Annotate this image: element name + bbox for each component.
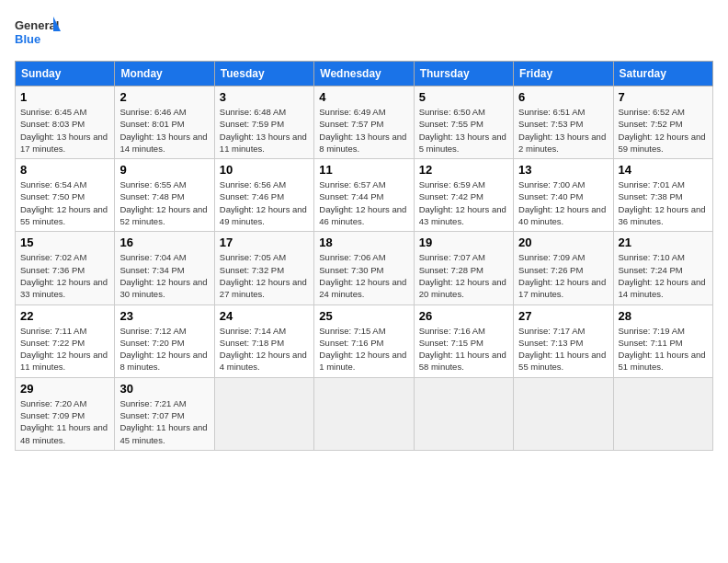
day-info: Sunrise: 6:54 AM Sunset: 7:50 PM Dayligh… [20,178,109,227]
calendar-day-cell: 26 Sunrise: 7:16 AM Sunset: 7:15 PM Dayl… [414,304,513,377]
weekday-header: Thursday [414,62,513,86]
calendar-week-row: 22 Sunrise: 7:11 AM Sunset: 7:22 PM Dayl… [16,304,713,377]
calendar-day-cell: 24 Sunrise: 7:14 AM Sunset: 7:18 PM Dayl… [214,304,313,377]
calendar-day-cell [613,377,712,450]
day-number: 8 [20,163,109,177]
day-number: 26 [419,309,508,323]
calendar-day-cell: 20 Sunrise: 7:09 AM Sunset: 7:26 PM Dayl… [514,232,613,304]
day-info: Sunrise: 7:00 AM Sunset: 7:40 PM Dayligh… [518,178,608,227]
calendar-day-cell: 27 Sunrise: 7:17 AM Sunset: 7:13 PM Dayl… [514,304,613,377]
day-number: 20 [518,236,608,249]
day-number: 9 [119,163,209,177]
day-number: 19 [419,236,508,249]
calendar-day-cell: 30 Sunrise: 7:21 AM Sunset: 7:07 PM Dayl… [115,377,214,450]
day-number: 3 [220,90,309,104]
calendar-week-row: 8 Sunrise: 6:54 AM Sunset: 7:50 PM Dayli… [16,159,713,232]
calendar-header-row: SundayMondayTuesdayWednesdayThursdayFrid… [16,62,713,86]
svg-text:Blue: Blue [15,32,40,46]
calendar-day-cell: 4 Sunrise: 6:49 AM Sunset: 7:57 PM Dayli… [314,86,414,159]
calendar-day-cell: 2 Sunrise: 6:46 AM Sunset: 8:01 PM Dayli… [115,86,214,159]
day-number: 13 [518,163,608,177]
calendar-day-cell: 28 Sunrise: 7:19 AM Sunset: 7:11 PM Dayl… [613,304,712,377]
calendar-day-cell: 7 Sunrise: 6:52 AM Sunset: 7:52 PM Dayli… [613,86,712,159]
day-info: Sunrise: 7:05 AM Sunset: 7:32 PM Dayligh… [220,251,309,300]
calendar-day-cell: 19 Sunrise: 7:07 AM Sunset: 7:28 PM Dayl… [414,232,513,304]
day-info: Sunrise: 7:16 AM Sunset: 7:15 PM Dayligh… [419,325,508,373]
calendar-day-cell [514,377,613,450]
day-number: 12 [419,163,508,177]
calendar-day-cell [314,377,414,450]
weekday-header: Friday [514,62,613,86]
day-number: 23 [119,309,209,323]
day-info: Sunrise: 7:07 AM Sunset: 7:28 PM Dayligh… [419,251,508,300]
day-info: Sunrise: 7:11 AM Sunset: 7:22 PM Dayligh… [20,325,109,373]
day-info: Sunrise: 6:57 AM Sunset: 7:44 PM Dayligh… [319,178,408,227]
day-info: Sunrise: 6:46 AM Sunset: 8:01 PM Dayligh… [119,106,209,155]
day-number: 10 [220,163,309,177]
calendar-day-cell: 8 Sunrise: 6:54 AM Sunset: 7:50 PM Dayli… [16,159,115,232]
day-info: Sunrise: 6:48 AM Sunset: 7:59 PM Dayligh… [220,106,309,155]
day-info: Sunrise: 7:04 AM Sunset: 7:34 PM Dayligh… [119,251,209,300]
day-info: Sunrise: 7:06 AM Sunset: 7:30 PM Dayligh… [319,251,408,300]
day-number: 4 [319,90,408,104]
day-number: 2 [119,90,209,104]
calendar-day-cell: 1 Sunrise: 6:45 AM Sunset: 8:03 PM Dayli… [16,86,115,159]
calendar-day-cell: 6 Sunrise: 6:51 AM Sunset: 7:53 PM Dayli… [514,86,613,159]
day-number: 18 [319,236,408,249]
day-info: Sunrise: 7:10 AM Sunset: 7:24 PM Dayligh… [619,251,708,300]
day-number: 7 [619,90,708,104]
day-info: Sunrise: 7:19 AM Sunset: 7:11 PM Dayligh… [619,325,708,373]
day-info: Sunrise: 6:51 AM Sunset: 7:53 PM Dayligh… [518,106,608,155]
day-info: Sunrise: 7:20 AM Sunset: 7:09 PM Dayligh… [20,397,109,446]
day-info: Sunrise: 6:50 AM Sunset: 7:55 PM Dayligh… [419,106,508,155]
day-number: 17 [220,236,309,249]
day-info: Sunrise: 7:15 AM Sunset: 7:16 PM Dayligh… [319,325,408,373]
weekday-header: Monday [115,62,214,86]
calendar-day-cell: 13 Sunrise: 7:00 AM Sunset: 7:40 PM Dayl… [514,159,613,232]
calendar-day-cell: 29 Sunrise: 7:20 AM Sunset: 7:09 PM Dayl… [16,377,115,450]
day-number: 28 [619,309,708,323]
calendar-day-cell: 23 Sunrise: 7:12 AM Sunset: 7:20 PM Dayl… [115,304,214,377]
day-number: 29 [20,382,109,396]
calendar-day-cell: 12 Sunrise: 6:59 AM Sunset: 7:42 PM Dayl… [414,159,513,232]
calendar-day-cell: 16 Sunrise: 7:04 AM Sunset: 7:34 PM Dayl… [115,232,214,304]
day-info: Sunrise: 7:12 AM Sunset: 7:20 PM Dayligh… [119,325,209,373]
day-number: 27 [518,309,608,323]
calendar-day-cell: 15 Sunrise: 7:02 AM Sunset: 7:36 PM Dayl… [16,232,115,304]
day-number: 30 [119,382,209,396]
calendar-week-row: 29 Sunrise: 7:20 AM Sunset: 7:09 PM Dayl… [16,377,713,450]
day-info: Sunrise: 6:59 AM Sunset: 7:42 PM Dayligh… [419,178,508,227]
day-number: 5 [419,90,508,104]
day-info: Sunrise: 7:21 AM Sunset: 7:07 PM Dayligh… [119,397,209,446]
calendar-week-row: 15 Sunrise: 7:02 AM Sunset: 7:36 PM Dayl… [16,232,713,304]
calendar-day-cell: 11 Sunrise: 6:57 AM Sunset: 7:44 PM Dayl… [314,159,414,232]
day-number: 24 [220,309,309,323]
calendar-day-cell: 18 Sunrise: 7:06 AM Sunset: 7:30 PM Dayl… [314,232,414,304]
day-number: 21 [619,236,708,249]
calendar-day-cell: 25 Sunrise: 7:15 AM Sunset: 7:16 PM Dayl… [314,304,414,377]
day-number: 1 [20,90,109,104]
calendar-day-cell [414,377,513,450]
calendar-table: SundayMondayTuesdayWednesdayThursdayFrid… [15,61,713,451]
day-info: Sunrise: 6:56 AM Sunset: 7:46 PM Dayligh… [220,178,309,227]
calendar-day-cell: 10 Sunrise: 6:56 AM Sunset: 7:46 PM Dayl… [214,159,313,232]
weekday-header: Wednesday [314,62,414,86]
day-number: 25 [319,309,408,323]
day-number: 11 [319,163,408,177]
calendar-day-cell: 22 Sunrise: 7:11 AM Sunset: 7:22 PM Dayl… [16,304,115,377]
day-number: 15 [20,236,109,249]
day-info: Sunrise: 6:45 AM Sunset: 8:03 PM Dayligh… [20,106,109,155]
weekday-header: Sunday [16,62,115,86]
day-info: Sunrise: 6:49 AM Sunset: 7:57 PM Dayligh… [319,106,408,155]
calendar-day-cell: 14 Sunrise: 7:01 AM Sunset: 7:38 PM Dayl… [613,159,712,232]
day-info: Sunrise: 7:14 AM Sunset: 7:18 PM Dayligh… [220,325,309,373]
calendar-day-cell: 17 Sunrise: 7:05 AM Sunset: 7:32 PM Dayl… [214,232,313,304]
day-info: Sunrise: 6:52 AM Sunset: 7:52 PM Dayligh… [619,106,708,155]
day-number: 6 [518,90,608,104]
day-info: Sunrise: 7:17 AM Sunset: 7:13 PM Dayligh… [518,325,608,373]
day-number: 16 [119,236,209,249]
calendar-day-cell: 5 Sunrise: 6:50 AM Sunset: 7:55 PM Dayli… [414,86,513,159]
weekday-header: Tuesday [214,62,313,86]
calendar-day-cell: 3 Sunrise: 6:48 AM Sunset: 7:59 PM Dayli… [214,86,313,159]
calendar-day-cell [214,377,313,450]
